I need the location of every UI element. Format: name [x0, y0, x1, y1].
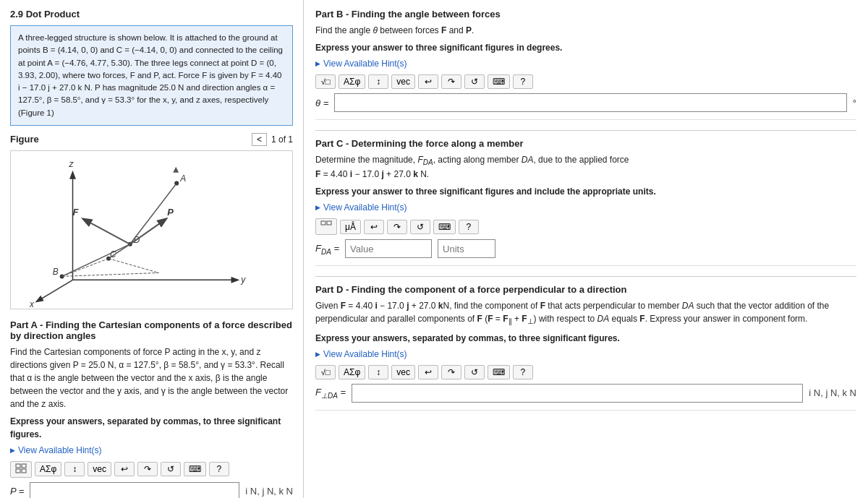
svg-text:P: P — [167, 207, 174, 218]
svg-marker-11 — [173, 167, 179, 173]
vec-btn-d[interactable]: vec — [391, 365, 415, 379]
undo-btn-c[interactable]: ↩ — [364, 220, 384, 234]
part-d-answer-row: F⊥DA = i N, j N, k N — [315, 384, 856, 403]
figure-header: Figure < 1 of 1 — [10, 133, 293, 146]
part-c-hint[interactable]: View Available Hint(s) — [315, 202, 856, 212]
part-b-section: Part B - Finding the angle between force… — [315, 9, 856, 120]
undo-btn-a[interactable]: ↩ — [114, 462, 135, 476]
svg-text:z: z — [69, 159, 74, 169]
refresh-btn-c[interactable]: ↺ — [410, 220, 430, 234]
part-c-answer-label: FDA = — [315, 243, 339, 256]
part-d-answer-input[interactable] — [352, 384, 803, 403]
refresh-btn-a[interactable]: ↺ — [161, 462, 181, 476]
redo-btn-c[interactable]: ↷ — [387, 220, 407, 234]
part-a-section: Part A - Finding the Cartesian component… — [10, 319, 293, 498]
kbd-btn-a[interactable]: ⌨ — [184, 462, 206, 476]
refresh-btn-b[interactable]: ↺ — [464, 74, 485, 89]
part-d-section: Part D - Finding the component of a forc… — [315, 284, 856, 410]
kbd-btn-b[interactable]: ⌨ — [488, 74, 510, 89]
svg-rect-30 — [16, 469, 20, 473]
matrix-btn-c[interactable] — [315, 218, 337, 235]
right-panel: Part B - Finding the angle between force… — [304, 0, 868, 498]
part-b-answer-label: θ = — [315, 98, 328, 108]
svg-rect-33 — [327, 221, 331, 225]
sigma-btn-b[interactable]: ΑΣφ — [339, 74, 365, 89]
svg-text:B: B — [53, 267, 59, 277]
part-a-answer-units: i N, j N, k N — [245, 486, 293, 497]
svg-line-19 — [62, 244, 130, 277]
help-btn-c[interactable]: ? — [459, 220, 479, 234]
part-c-label: Part C - — [315, 138, 352, 149]
part-c-units-input[interactable] — [438, 239, 495, 258]
svg-line-22 — [109, 258, 158, 272]
problem-text: A three-legged structure is shown below.… — [18, 33, 283, 117]
kbd-btn-d[interactable]: ⌨ — [488, 365, 510, 379]
sqrt-btn-d[interactable]: √□ — [315, 365, 336, 379]
part-c-desc2: Express your answer to three significant… — [315, 185, 856, 198]
sqrt-btn-b[interactable]: √□ — [315, 74, 336, 89]
mu-btn-c[interactable]: μÅ — [340, 220, 361, 234]
figure-svg: z y x A — [11, 151, 292, 309]
figure-prev-btn[interactable]: < — [252, 133, 267, 146]
help-btn-d[interactable]: ? — [513, 365, 533, 379]
arrows-btn-b[interactable]: ↕ — [368, 74, 388, 89]
svg-rect-32 — [321, 221, 326, 225]
part-d-toolbar: √□ ΑΣφ ↕ vec ↩ ↷ ↺ ⌨ ? — [315, 365, 856, 379]
svg-line-21 — [62, 258, 109, 276]
svg-text:y: y — [240, 275, 246, 285]
svg-rect-31 — [22, 469, 26, 473]
problem-description: A three-legged structure is shown below.… — [10, 25, 293, 126]
part-d-title: Part D - Finding the component of a forc… — [315, 284, 856, 295]
svg-line-4 — [37, 280, 73, 301]
part-c-title: Part C - Determining the force along a m… — [315, 138, 856, 149]
part-d-subtitle: Finding the component of a force perpend… — [352, 284, 627, 295]
part-a-title: Part A - Finding the Cartesian component… — [10, 319, 293, 341]
svg-text:A: A — [179, 173, 186, 183]
redo-btn-d[interactable]: ↷ — [441, 365, 461, 379]
part-a-subtitle: Finding the Cartesian components of a fo… — [10, 319, 292, 341]
part-c-answer-row: FDA = — [315, 239, 856, 258]
part-a-answer-row: P = i N, j N, k N — [10, 482, 293, 498]
redo-btn-a[interactable]: ↷ — [137, 462, 158, 476]
undo-btn-b[interactable]: ↩ — [418, 74, 438, 89]
part-b-answer-input[interactable] — [334, 93, 847, 112]
divider-cd — [315, 276, 856, 277]
part-c-subtitle: Determining the force along a member — [352, 138, 524, 149]
kbd-btn-c[interactable]: ⌨ — [433, 220, 456, 234]
vec-btn-a[interactable]: vec — [88, 462, 111, 476]
part-b-title: Part B - Finding the angle between force… — [315, 9, 856, 20]
svg-line-26 — [130, 219, 166, 244]
sigma-btn-d[interactable]: ΑΣφ — [339, 365, 365, 379]
svg-rect-28 — [16, 464, 20, 468]
redo-btn-b[interactable]: ↷ — [441, 74, 461, 89]
part-a-answer-input[interactable] — [30, 482, 239, 498]
svg-text:x: x — [29, 299, 35, 309]
part-d-label: Part D - — [315, 284, 352, 295]
part-b-hint[interactable]: View Available Hint(s) — [315, 59, 856, 69]
undo-btn-d[interactable]: ↩ — [418, 365, 438, 379]
figure-label: Figure — [10, 134, 39, 145]
matrix-btn[interactable] — [10, 461, 32, 478]
arrows-btn-a[interactable]: ↕ — [64, 462, 85, 476]
figure-page: 1 of 1 — [271, 134, 293, 145]
part-c-toolbar: μÅ ↩ ↷ ↺ ⌨ ? — [315, 218, 856, 235]
help-btn-a[interactable]: ? — [209, 462, 229, 476]
svg-text:F: F — [73, 207, 80, 218]
part-d-hint[interactable]: View Available Hint(s) — [315, 349, 856, 359]
refresh-btn-d[interactable]: ↺ — [464, 365, 485, 379]
part-b-desc2: Express your answer to three significant… — [315, 41, 856, 54]
help-btn-b[interactable]: ? — [513, 74, 533, 89]
part-c-desc1: Determine the magnitude, FDA, acting alo… — [315, 153, 856, 181]
part-d-desc2: Express your answers, separated by comma… — [315, 332, 856, 345]
part-a-hint[interactable]: View Available Hint(s) — [10, 445, 293, 455]
part-a-desc: Find the Cartesian components of force P… — [10, 345, 293, 411]
arrows-btn-d[interactable]: ↕ — [368, 365, 388, 379]
part-c-value-input[interactable] — [345, 239, 432, 258]
figure-nav: < 1 of 1 — [252, 133, 293, 146]
sigma-btn-a[interactable]: ΑΣφ — [35, 462, 61, 476]
left-panel: 2.9 Dot Product A three-legged structure… — [0, 0, 304, 498]
part-a-answer-label: P = — [10, 486, 24, 497]
part-a-instruction: Express your answers, separated by comma… — [10, 415, 293, 441]
vec-btn-b[interactable]: vec — [391, 74, 415, 89]
part-a-toolbar: ΑΣφ ↕ vec ↩ ↷ ↺ ⌨ ? — [10, 461, 293, 478]
